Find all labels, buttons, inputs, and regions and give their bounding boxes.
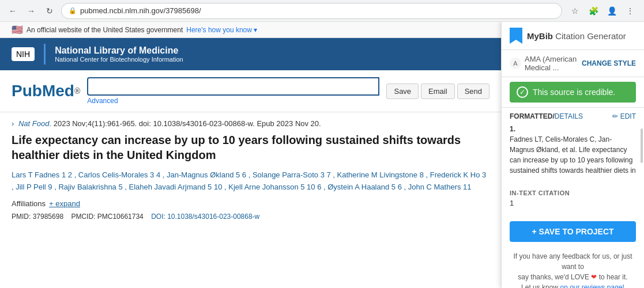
ama-style-icon: A	[510, 58, 521, 69]
details-link[interactable]: DETAILS	[555, 112, 583, 120]
save-button[interactable]: Save	[386, 84, 419, 99]
pmcid-label: PMCID: PMC10661734	[71, 213, 143, 221]
change-style-link[interactable]: CHANGE STYLE	[582, 59, 636, 67]
feedback-section: If you have any feedback for us, or just…	[502, 247, 644, 288]
authors-list: Lars T Fadnes 1 2 , Carlos Celis-Morales…	[12, 169, 489, 194]
search-container: Advanced	[87, 77, 379, 105]
gov-banner-text: An official website of the United States…	[27, 26, 183, 34]
lock-icon: 🔒	[69, 7, 77, 14]
citation-body: Fadnes LT, Celis-Morales C, Jan-Magnus Ø…	[510, 135, 636, 176]
article-journal: › Nat Food. 2023 Nov;4(11):961-965. doi:…	[12, 119, 489, 128]
page-content: 🇺🇸 An official website of the United Sta…	[0, 22, 644, 288]
citation-number: 1.	[510, 125, 515, 133]
reviews-page-link[interactable]: on our reviews page!	[560, 283, 624, 288]
profile-button[interactable]: 👤	[604, 3, 620, 19]
main-content: 🇺🇸 An official website of the United Sta…	[0, 22, 501, 288]
credible-text: This source is credible.	[533, 88, 615, 97]
mybib-rest-text: Citation Generator	[555, 31, 626, 41]
refresh-button[interactable]: ↻	[43, 4, 57, 18]
pubmed-search-area: PubMed® Advanced Save Email Send	[0, 70, 501, 112]
affiliations-label: Affiliations	[12, 199, 46, 208]
credible-check-icon: ✓	[517, 86, 528, 98]
feedback-line2: say thanks, we'd LOVE	[518, 273, 589, 281]
in-text-section: IN-TEXT CITATION 1	[502, 185, 644, 212]
article-section: › Nat Food. 2023 Nov;4(11):961-965. doi:…	[0, 112, 501, 228]
mybib-panel: MyBib Citation Generator A AMA (American…	[501, 22, 644, 288]
nlm-logo-box: NIH	[12, 47, 35, 61]
edit-button[interactable]: ✏ EDIT	[612, 112, 636, 120]
menu-button[interactable]: ⋮	[622, 3, 638, 19]
edit-label: EDIT	[620, 112, 636, 120]
in-text-value: 1	[510, 199, 636, 207]
nlm-full-name: National Library of Medicine National Ce…	[55, 46, 183, 63]
email-button[interactable]: Email	[421, 84, 455, 99]
credible-badge: ✓ This source is credible.	[510, 82, 636, 103]
us-flag-icon: 🇺🇸	[12, 24, 23, 35]
forward-button[interactable]: →	[24, 4, 38, 18]
feedback-line4: Let us know	[521, 283, 558, 288]
formatted-text: FORMATTED/	[510, 112, 555, 120]
article-action-buttons: Save Email Send	[386, 84, 489, 99]
extension-button[interactable]: 🧩	[585, 3, 601, 19]
pubmed-med: Med	[42, 82, 74, 100]
pmid: PMID: 37985698	[12, 213, 63, 221]
mybib-header: MyBib Citation Generator	[502, 22, 644, 50]
nlm-acronym: NIH	[16, 50, 30, 59]
mybib-brand-text: MyBib	[527, 31, 553, 41]
formatted-section: FORMATTED/DETAILS ✏ EDIT 1. Fadnes LT, C…	[502, 107, 644, 180]
expand-affiliations-link[interactable]: + expand	[49, 199, 80, 208]
address-bar[interactable]: 🔒 pubmed.ncbi.nlm.nih.gov/37985698/	[61, 3, 562, 19]
feedback-line3: to hear it.	[599, 273, 628, 281]
affiliations-line: Affiliations + expand	[12, 199, 489, 208]
send-button[interactable]: Send	[457, 84, 489, 99]
pubmed-logo: PubMed®	[12, 82, 80, 100]
mybib-bookmark-icon	[510, 28, 522, 44]
mybib-title: MyBib Citation Generator	[527, 31, 626, 41]
pmid-line: PMID: 37985698 PMCID: PMC10661734 DOI: 1…	[12, 213, 489, 221]
mybib-style-label: AMA (American Medical ...	[525, 55, 578, 72]
formatted-header: FORMATTED/DETAILS ✏ EDIT	[510, 112, 636, 120]
nlm-logo: NIH	[16, 50, 30, 59]
browser-chrome: ← → ↻ 🔒 pubmed.ncbi.nlm.nih.gov/37985698…	[0, 0, 644, 22]
formatted-label: FORMATTED/DETAILS	[510, 112, 583, 120]
pubmed-pub: Pub	[12, 82, 42, 100]
url-text: pubmed.ncbi.nlm.nih.gov/37985698/	[80, 6, 201, 15]
bookmark-star-button[interactable]: ☆	[567, 3, 583, 19]
heres-how-link[interactable]: Here's how you know ▾	[186, 26, 257, 34]
citation-text: 1. Fadnes LT, Celis-Morales C, Jan-Magnu…	[510, 124, 636, 176]
gov-banner: 🇺🇸 An official website of the United Sta…	[0, 22, 501, 38]
advanced-search-link[interactable]: Advanced	[87, 97, 379, 105]
pubmed-trademark: ®	[74, 86, 80, 96]
search-input[interactable]	[87, 77, 379, 96]
pencil-icon: ✏	[612, 112, 618, 120]
in-text-label: IN-TEXT CITATION	[510, 190, 636, 196]
mybib-style-row: A AMA (American Medical ... CHANGE STYLE	[502, 50, 644, 77]
feedback-line1: If you have any feedback for us, or just…	[513, 252, 632, 271]
journal-name: Nat Food.	[18, 119, 51, 128]
nlm-divider	[44, 44, 46, 65]
article-title: Life expectancy can increase by up to 10…	[12, 132, 489, 162]
journal-chevron-icon: ›	[12, 119, 14, 128]
browser-actions: ☆ 🧩 👤 ⋮	[567, 3, 638, 19]
heart-icon: ❤	[591, 273, 597, 281]
back-button[interactable]: ←	[6, 4, 20, 18]
nlm-org-sub: National Center for Biotechnology Inform…	[55, 56, 183, 63]
doi-link[interactable]: DOI: 10.1038/s43016-023-00868-w	[151, 213, 259, 221]
journal-date: 2023 Nov;4(11):961-965. doi: 10.1038/s43…	[54, 119, 321, 128]
nlm-org-name: National Library of Medicine	[55, 46, 183, 56]
save-to-project-button[interactable]: + SAVE TO PROJECT	[510, 221, 636, 242]
scroll-indicator	[641, 128, 643, 163]
nlm-header: NIH National Library of Medicine Nationa…	[0, 38, 501, 70]
